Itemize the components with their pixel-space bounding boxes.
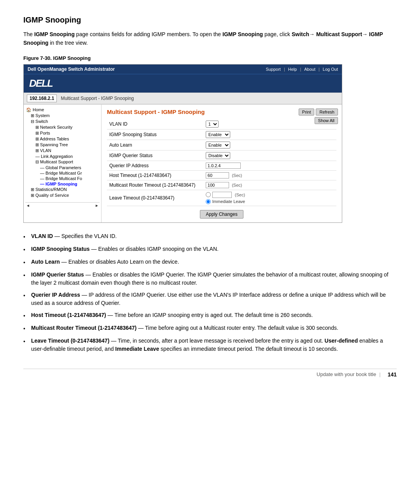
sidebar-item-switch[interactable]: ⊟ Switch: [25, 119, 100, 124]
sidebar: 🏠 Home ⊞ System ⊟ Switch ⊞ Network Secur…: [24, 105, 102, 222]
sidebar-item-network-security[interactable]: ⊞ Network Security: [25, 124, 100, 130]
topbar-divider1: |: [284, 67, 285, 72]
leave-timeout-input[interactable]: [212, 192, 232, 198]
bullet-dot: •: [23, 246, 27, 254]
apply-button-row: Apply Changes: [107, 210, 336, 219]
table-row: Auto Learn Enable Disable: [107, 140, 336, 150]
sidebar-item-link-aggregation[interactable]: — Link Aggregation: [25, 154, 100, 159]
scroll-left-arrow[interactable]: ◄: [26, 203, 30, 208]
bullet-item-multicast-router-timeout: • Multicast Router Timeout (1-2147483647…: [23, 324, 397, 333]
field-label-leave-timeout: Leave Timeout (0-2147483647): [107, 190, 203, 206]
host-timeout-input[interactable]: [206, 172, 229, 178]
sidebar-item-ports[interactable]: ⊞ Ports: [25, 130, 100, 136]
vlan-id-select[interactable]: 1: [206, 121, 219, 128]
sidebar-scrollbar[interactable]: ◄ ►: [25, 202, 100, 208]
topbar-divider3: |: [318, 67, 320, 72]
leave-timeout-userdefined-radio[interactable]: [206, 192, 211, 197]
leave-timeout-radio-group: (Sec) Immediate Leave: [206, 192, 334, 204]
host-timeout-unit: (Sec): [232, 173, 242, 178]
bullet-text-igmp-querier-status: IGMP Querier Status — Enables or disable…: [31, 271, 397, 287]
figure-caption: Figure 7-30. IGMP Snooping: [23, 55, 397, 61]
bullet-text-igmp-snooping-status: IGMP Snooping Status — Enables or disabl…: [31, 245, 219, 254]
field-value-igmp-querier-status: Enable Disable: [203, 150, 336, 161]
table-row: IGMP Snooping Status Enable Disable: [107, 129, 336, 140]
igmp-querier-status-select[interactable]: Enable Disable: [206, 152, 230, 159]
print-button[interactable]: Print: [299, 108, 315, 116]
apply-changes-button[interactable]: Apply Changes: [200, 210, 243, 219]
igmp-snooping-status-select[interactable]: Enable Disable: [206, 131, 230, 138]
field-value-multicast-router-timeout: (Sec): [203, 180, 336, 190]
sidebar-item-bridge-multicast-gr[interactable]: — Bridge Multicast Gr: [25, 170, 100, 176]
refresh-button[interactable]: Refresh: [316, 108, 338, 116]
topbar-help-link[interactable]: Help: [288, 67, 297, 72]
topbar-about-link[interactable]: About: [304, 67, 315, 72]
sidebar-item-quality-of-service[interactable]: ⊞ Quality of Service: [25, 192, 100, 198]
auto-learn-select[interactable]: Enable Disable: [206, 142, 230, 149]
sidebar-item-bridge-multicast-fo[interactable]: — Bridge Multicast Fo: [25, 176, 100, 181]
table-row: Leave Timeout (0-2147483647) (Sec): [107, 190, 336, 206]
bullet-dot: •: [23, 259, 27, 267]
scroll-right-arrow[interactable]: ►: [95, 203, 99, 208]
topbar-links: Support | Help | About | Log Out: [266, 67, 338, 72]
bullet-text-host-timeout: Host Timeout (1-2147483647) — Time befor…: [31, 311, 313, 320]
topbar-divider2: |: [300, 67, 301, 72]
form-table: VLAN ID 1 IGMP Snooping Status Enable: [107, 119, 336, 206]
table-row: IGMP Querier Status Enable Disable: [107, 150, 336, 161]
leave-timeout-unit: (Sec): [235, 192, 245, 197]
field-label-multicast-router-timeout: Multicast Router Timeout (1-2147483647): [107, 180, 203, 190]
field-value-leave-timeout: (Sec) Immediate Leave: [203, 190, 336, 206]
field-label-igmp-querier-status: IGMP Querier Status: [107, 150, 203, 161]
bullet-text-querier-ip: Querier IP Address — IP address of the I…: [31, 291, 397, 307]
table-row: Querier IP Address: [107, 161, 336, 170]
querier-ip-input[interactable]: [206, 163, 241, 169]
sidebar-item-spanning-tree[interactable]: ⊞ Spanning Tree: [25, 142, 100, 148]
bullet-text-multicast-router-timeout: Multicast Router Timeout (1-2147483647) …: [31, 324, 338, 333]
bullet-text-auto-learn: Auto Learn — Enables or disables Auto Le…: [31, 258, 179, 267]
field-label-auto-learn: Auto Learn: [107, 140, 203, 150]
table-row: Multicast Router Timeout (1-2147483647) …: [107, 180, 336, 190]
leave-timeout-immediate-radio[interactable]: [206, 199, 211, 204]
bullet-item-igmp-querier-status: • IGMP Querier Status — Enables or disab…: [23, 271, 397, 287]
bullet-item-auto-learn: • Auto Learn — Enables or disables Auto …: [23, 258, 397, 267]
sidebar-item-global-params[interactable]: — Global Parameters: [25, 165, 100, 170]
bullet-dot: •: [23, 338, 27, 353]
multicast-router-timeout-input[interactable]: [206, 182, 229, 188]
sidebar-item-statistics-rmon[interactable]: ⊞ Statistics/RMON: [25, 187, 100, 192]
browser-window: Dell OpenManage Switch Administrator Sup…: [23, 64, 342, 223]
intro-paragraph: The IGMP Snooping page contains fields f…: [23, 30, 397, 47]
topbar-logout-link[interactable]: Log Out: [323, 67, 338, 72]
sidebar-item-igmp-snooping[interactable]: — IGMP Snooping: [25, 181, 100, 187]
sidebar-item-vlan[interactable]: ⊞ VLAN: [25, 148, 100, 154]
footer-divider: |: [379, 371, 380, 377]
field-value-igmp-snooping-status: Enable Disable: [203, 129, 336, 140]
field-value-host-timeout: (Sec): [203, 170, 336, 180]
print-refresh-row: Print Refresh: [299, 108, 338, 116]
bullet-item-querier-ip: • Querier IP Address — IP address of the…: [23, 291, 397, 307]
bullet-item-leave-timeout: • Leave Timeout (0-2147483647) — Time, i…: [23, 337, 397, 353]
sidebar-item-system[interactable]: ⊞ System: [25, 113, 100, 119]
address-ip: 192.168.2.1: [27, 94, 57, 102]
address-path: Multicast Support - IGMP Snooping: [61, 96, 134, 101]
bullet-item-host-timeout: • Host Timeout (1-2147483647) — Time bef…: [23, 311, 397, 320]
content-buttons: Print Refresh Show All: [299, 108, 338, 124]
sidebar-item-address-tables[interactable]: ⊞ Address Tables: [25, 136, 100, 142]
show-all-button[interactable]: Show All: [315, 117, 338, 124]
leave-timeout-userdefined-row: (Sec): [206, 192, 334, 198]
field-label-host-timeout: Host Timeout (1-2147483647): [107, 170, 203, 180]
topbar-support-link[interactable]: Support: [266, 67, 281, 72]
sidebar-item-multicast-support[interactable]: ⊟ Multicast Support: [25, 159, 100, 165]
sidebar-item-home[interactable]: 🏠 Home: [25, 107, 100, 113]
topbar-title: Dell OpenManage Switch Administrator: [28, 66, 115, 72]
table-row: Host Timeout (1-2147483647) (Sec): [107, 170, 336, 180]
bullet-item-vlan-id: • VLAN ID — Specifies the VLAN ID.: [23, 232, 397, 241]
dell-logo: DELL: [29, 77, 336, 89]
bullet-section: • VLAN ID — Specifies the VLAN ID. • IGM…: [23, 232, 397, 353]
field-value-querier-ip: [203, 161, 336, 170]
field-label-vlan-id: VLAN ID: [107, 119, 203, 130]
page-title: IGMP Snooping: [23, 16, 397, 24]
leave-timeout-immediate-label: Immediate Leave: [212, 199, 245, 204]
bullet-text-vlan-id: VLAN ID — Specifies the VLAN ID.: [31, 232, 117, 241]
address-bar: 192.168.2.1 Multicast Support - IGMP Sno…: [24, 93, 342, 104]
leave-timeout-immediate-row: Immediate Leave: [206, 199, 334, 204]
content-panel: Multicast Support - IGMP Snooping Print …: [102, 105, 342, 222]
